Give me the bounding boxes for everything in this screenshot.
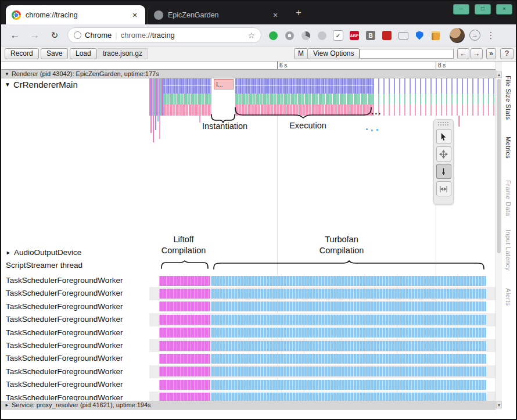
turbofan-compilation-slice[interactable] <box>211 289 486 299</box>
renderer-process-header[interactable]: ▼Renderer (pid 43042): EpicZenGarden, up… <box>1 70 496 78</box>
pan-tool-button[interactable] <box>436 146 451 161</box>
trace-slices-purple[interactable] <box>235 78 373 94</box>
tab-chrome-tracing[interactable]: chrome://tracing × <box>6 5 145 24</box>
sidebar-item-file-size-stats[interactable]: File Size Stats <box>505 76 512 120</box>
liftoff-compilation-slice[interactable] <box>159 380 210 390</box>
record-button[interactable]: Record <box>5 48 39 59</box>
turbofan-compilation-slice[interactable] <box>211 380 486 390</box>
red-square-extension-icon[interactable] <box>381 30 393 41</box>
turbofan-compilation-slice[interactable] <box>211 315 486 325</box>
palette-grip[interactable] <box>437 121 450 127</box>
page-info-icon[interactable] <box>74 31 81 39</box>
trace-slices-green-sparse[interactable] <box>373 94 495 105</box>
turbofan-compilation-slice[interactable] <box>211 354 486 364</box>
liftoff-compilation-slice[interactable] <box>159 341 210 351</box>
liftoff-compilation-slice[interactable] <box>159 315 210 325</box>
trace-slices-pink[interactable] <box>163 105 211 116</box>
close-button[interactable]: × <box>496 4 512 15</box>
liftoff-compilation-slice[interactable] <box>159 367 210 376</box>
tab-epiczengarden[interactable]: EpicZenGarden × <box>148 5 286 24</box>
worker-row[interactable]: TaskSchedulerForegroundWorker <box>1 352 496 365</box>
browser-menu-icon[interactable]: ⋮ <box>486 29 496 42</box>
worker-row[interactable]: TaskSchedulerForegroundWorker <box>1 339 496 352</box>
camera-extension-icon[interactable] <box>316 30 328 41</box>
turbofan-compilation-slice[interactable] <box>211 328 486 338</box>
liftoff-compilation-slice[interactable] <box>159 289 210 299</box>
track-area[interactable]: ▼CrRendererMain I... ... Instan <box>1 78 496 401</box>
adblock-plus-icon[interactable]: ABP <box>349 30 360 41</box>
liftoff-compilation-slice[interactable] <box>159 393 210 401</box>
minimize-button[interactable]: ─ <box>453 4 469 15</box>
trace-slice-tail[interactable] <box>157 116 159 121</box>
find-next-button[interactable]: → <box>471 48 483 59</box>
scroll-up-icon[interactable]: ▲ <box>496 71 502 78</box>
address-bar[interactable]: Chrome | chrome://tracing ☆ <box>67 27 261 43</box>
monitor-extension-icon[interactable] <box>397 30 409 41</box>
liftoff-compilation-slice[interactable] <box>159 354 210 364</box>
trace-slices-purple-sparse[interactable] <box>373 78 495 94</box>
clock-extension-icon[interactable] <box>300 30 311 41</box>
turbofan-compilation-slice[interactable] <box>211 367 486 376</box>
sidebar-item-metrics[interactable]: Metrics <box>505 137 512 159</box>
thread-crrenderermain[interactable]: ▼CrRendererMain <box>5 80 78 89</box>
bookmark-star-icon[interactable]: ☆ <box>247 31 255 40</box>
back-button[interactable]: ← <box>8 28 22 42</box>
liftoff-compilation-slice[interactable] <box>159 301 210 311</box>
maximize-button[interactable]: □ <box>475 4 491 15</box>
green-circle-extension-icon[interactable] <box>267 30 279 41</box>
worker-row[interactable]: TaskSchedulerForegroundWorker <box>1 326 496 339</box>
thread-audiooutputdevice[interactable]: ►AudioOutputDevice <box>6 248 81 257</box>
turbofan-compilation-slice[interactable] <box>211 393 486 401</box>
trace-slices-green[interactable] <box>163 94 211 105</box>
turbofan-compilation-slice[interactable] <box>211 276 486 286</box>
select-tool-button[interactable] <box>436 129 451 144</box>
trace-slice-tail[interactable] <box>159 116 160 139</box>
timeline-ruler[interactable]: 6 s 8 s <box>1 62 496 70</box>
trace-slice-tail[interactable] <box>153 116 154 142</box>
b-extension-icon[interactable]: B <box>365 30 376 41</box>
tab-close-icon[interactable]: × <box>130 10 139 20</box>
sidebar-item-alerts[interactable]: Alerts <box>505 288 512 306</box>
timing-tool-button[interactable] <box>436 181 451 196</box>
zoom-tool-button[interactable] <box>436 164 451 179</box>
vertical-scrollbar[interactable]: ▲ ▼ <box>496 62 502 410</box>
trace-slice-tail[interactable] <box>150 116 152 133</box>
worker-row[interactable]: TaskSchedulerForegroundWorker <box>1 378 496 391</box>
trace-slice-tail[interactable] <box>458 116 460 127</box>
liftoff-compilation-slice[interactable] <box>159 328 210 338</box>
trace-slices-mixed[interactable] <box>149 78 163 116</box>
save-button[interactable]: Save <box>41 48 68 59</box>
collapse-triangle-icon[interactable]: ▼ <box>5 81 10 88</box>
turbofan-compilation-slice[interactable] <box>211 341 486 351</box>
trace-marker[interactable] <box>366 128 368 130</box>
help-button[interactable]: ? <box>500 48 514 59</box>
trace-slice-tail[interactable] <box>155 116 156 130</box>
trace-slices-green[interactable] <box>235 94 373 105</box>
worker-row[interactable]: TaskSchedulerForegroundWorker <box>1 300 496 313</box>
shield-extension-icon[interactable] <box>414 30 425 41</box>
find-previous-button[interactable]: ← <box>457 48 469 59</box>
worker-row[interactable]: TaskSchedulerForegroundWorker <box>1 365 496 378</box>
liftoff-compilation-slice[interactable] <box>159 276 210 286</box>
expand-triangle-icon[interactable]: ► <box>5 403 9 408</box>
view-options-button[interactable]: View Options <box>307 48 360 59</box>
reload-button[interactable]: ↻ <box>48 28 62 42</box>
scroll-down-icon[interactable]: ▼ <box>496 401 502 408</box>
turbofan-compilation-slice[interactable] <box>211 301 486 311</box>
notebook-extension-icon[interactable] <box>430 30 441 41</box>
worker-row[interactable]: TaskSchedulerForegroundWorker <box>1 313 496 326</box>
service-process-header[interactable]: ►Service: proxy_resolver (pid 41621), up… <box>1 401 496 410</box>
trace-slices-pink-sparse[interactable] <box>373 105 495 116</box>
gray-ring-extension-icon[interactable] <box>283 30 295 41</box>
profile-arrow-icon[interactable]: → <box>469 30 480 41</box>
forward-button[interactable]: → <box>28 28 42 42</box>
worker-row[interactable]: TaskSchedulerForegroundWorker <box>1 274 496 287</box>
profile-avatar[interactable] <box>450 28 465 43</box>
checkmark-extension-icon[interactable]: ✓ <box>332 30 344 41</box>
worker-row[interactable]: TaskSchedulerForegroundWorker <box>1 287 496 300</box>
trace-slices-purple[interactable] <box>163 78 211 94</box>
worker-row[interactable]: TaskSchedulerForegroundWorker <box>1 392 496 401</box>
metrics-button[interactable]: M <box>294 48 308 59</box>
sidebar-item-frame-data[interactable]: Frame Data <box>505 180 512 216</box>
new-tab-button[interactable]: + <box>293 7 304 19</box>
